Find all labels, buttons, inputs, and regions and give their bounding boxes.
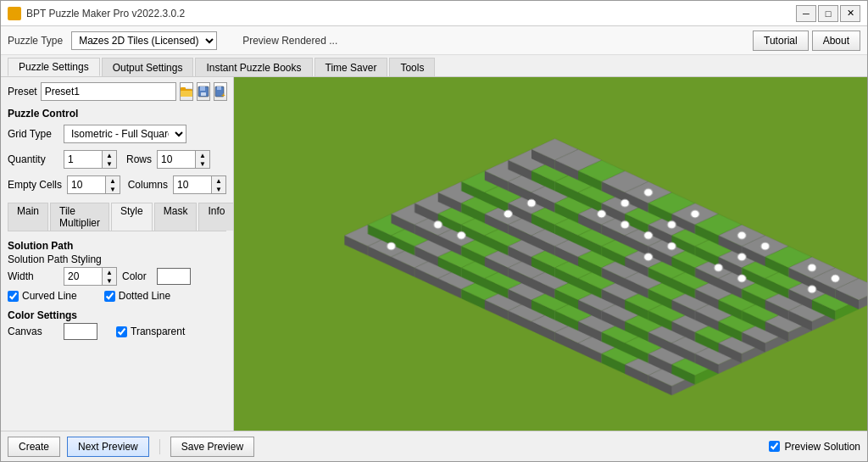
width-input[interactable] [64, 267, 102, 286]
curved-line-checkbox[interactable] [8, 291, 19, 302]
curved-line-label[interactable]: Curved Line [22, 290, 77, 302]
preset-row: Preset [8, 82, 226, 101]
create-button[interactable]: Create [8, 437, 60, 457]
empty-cells-input[interactable] [67, 175, 105, 194]
footer-right: Preview Solution [769, 441, 860, 453]
svg-text:+: + [221, 92, 225, 97]
preview-solution-checkbox[interactable] [769, 441, 780, 452]
empty-cells-up[interactable]: ▲ [106, 176, 120, 185]
svg-rect-3 [15, 14, 19, 19]
width-color-row: Width ▲ ▼ Color [8, 267, 226, 286]
transparent-checkbox[interactable] [116, 326, 127, 337]
tab-output-settings[interactable]: Output Settings [102, 58, 194, 76]
quantity-spinner: ▲ ▼ [64, 150, 117, 169]
quantity-up[interactable]: ▲ [103, 151, 116, 159]
canvas-transparent-row: Canvas Transparent [8, 323, 226, 340]
quantity-label: Quantity [8, 153, 58, 165]
transparent-label[interactable]: Transparent [131, 326, 185, 337]
preset-save-button[interactable] [197, 82, 210, 101]
columns-down[interactable]: ▼ [212, 185, 225, 193]
curved-line-checkbox-row: Curved Line [8, 290, 77, 302]
path-color-box[interactable] [157, 268, 191, 285]
menu-bar: Puzzle Type Mazes 2D Tiles (Licensed) Pr… [1, 26, 867, 55]
preview-solution-label[interactable]: Preview Solution [785, 441, 860, 453]
inner-tab-info[interactable]: Info [198, 203, 234, 231]
dotted-line-checkbox[interactable] [104, 291, 115, 302]
puzzle-type-select[interactable]: Mazes 2D Tiles (Licensed) [71, 31, 217, 50]
columns-up[interactable]: ▲ [212, 176, 225, 185]
tab-instant-puzzle-books[interactable]: Instant Puzzle Books [195, 58, 312, 76]
quantity-down[interactable]: ▼ [103, 159, 116, 168]
rows-up[interactable]: ▲ [196, 151, 209, 159]
inner-tab-tile-multiplier[interactable]: Tile Multiplier [50, 203, 109, 231]
tutorial-button[interactable]: Tutorial [753, 31, 809, 51]
maximize-button[interactable]: □ [818, 5, 838, 22]
next-preview-button[interactable]: Next Preview [67, 437, 149, 457]
rows-arrows: ▲ ▼ [195, 150, 210, 169]
empty-cells-spinner: ▲ ▼ [67, 175, 120, 194]
columns-input[interactable] [173, 175, 211, 194]
color-label: Color [122, 270, 152, 282]
inner-tab-style[interactable]: Style [111, 203, 153, 231]
dotted-line-checkbox-row: Dotted Line [104, 290, 170, 302]
empty-cells-arrows: ▲ ▼ [105, 175, 120, 194]
width-down[interactable]: ▼ [103, 276, 116, 285]
transparent-checkbox-row: Transparent [116, 326, 185, 337]
left-panel: Preset [1, 77, 234, 431]
solution-path-title: Solution Path [8, 240, 226, 252]
curved-dotted-row: Curved Line Dotted Line [8, 287, 226, 304]
grid-type-select[interactable]: Isometric - Full Square Isometric - Half… [64, 125, 186, 143]
dotted-line-label[interactable]: Dotted Line [119, 290, 170, 302]
save-preview-button[interactable]: Save Preview [170, 437, 254, 457]
canvas-label: Canvas [8, 326, 58, 337]
quantity-arrows: ▲ ▼ [102, 150, 117, 169]
width-label: Width [8, 270, 58, 282]
about-button[interactable]: About [812, 31, 860, 51]
puzzle-type-label: Puzzle Type [8, 35, 63, 47]
inner-tab-main[interactable]: Main [8, 203, 48, 231]
close-button[interactable]: ✕ [840, 5, 860, 22]
inner-tabs: Main Tile Multiplier Style Mask Info [8, 203, 226, 231]
svg-rect-1 [15, 8, 19, 13]
tab-time-saver[interactable]: Time Saver [314, 58, 388, 76]
minimize-button[interactable]: ─ [796, 5, 816, 22]
window-title: BPT Puzzle Maker Pro v2022.3.0.2 [26, 8, 185, 19]
rows-down[interactable]: ▼ [196, 159, 209, 168]
main-tabs-bar: Puzzle Settings Output Settings Instant … [1, 55, 867, 77]
right-panel: (function() { const canvas = document.ge… [234, 77, 867, 431]
title-bar-left: BPT Puzzle Maker Pro v2022.3.0.2 [8, 7, 185, 20]
menu-bar-right: Tutorial About [753, 31, 860, 51]
quantity-input[interactable] [64, 150, 102, 169]
title-bar: BPT Puzzle Maker Pro v2022.3.0.2 ─ □ ✕ [1, 1, 867, 26]
inner-tab-mask[interactable]: Mask [154, 203, 198, 231]
title-controls: ─ □ ✕ [796, 5, 860, 22]
style-tab-content: Solution Path Solution Path Styling Widt… [8, 235, 226, 342]
tab-tools[interactable]: Tools [389, 58, 435, 76]
preset-input[interactable] [41, 82, 176, 101]
width-up[interactable]: ▲ [103, 268, 116, 276]
svg-rect-5 [181, 91, 192, 97]
emptycells-columns-row: Empty Cells ▲ ▼ Columns ▲ ▼ [8, 175, 226, 194]
empty-cells-label: Empty Cells [8, 179, 62, 191]
rows-input[interactable] [157, 150, 195, 169]
grid-type-label: Grid Type [8, 128, 58, 140]
svg-rect-2 [9, 14, 14, 19]
width-arrows: ▲ ▼ [102, 267, 117, 286]
svg-rect-0 [9, 8, 14, 13]
preview-image: (function() { const canvas = document.ge… [234, 77, 867, 431]
tab-puzzle-settings[interactable]: Puzzle Settings [8, 58, 100, 76]
color-settings-title: Color Settings [8, 309, 226, 321]
preset-saveas-button[interactable]: + [214, 82, 227, 101]
rows-label: Rows [122, 153, 152, 165]
app-icon [8, 7, 21, 20]
puzzle-control-title: Puzzle Control [8, 108, 226, 120]
columns-label: Columns [125, 179, 168, 191]
empty-cells-down[interactable]: ▼ [106, 185, 120, 193]
svg-rect-8 [200, 86, 205, 91]
main-window: BPT Puzzle Maker Pro v2022.3.0.2 ─ □ ✕ P… [0, 0, 868, 462]
preset-label: Preset [8, 86, 37, 97]
columns-arrows: ▲ ▼ [211, 175, 226, 194]
grid-type-row: Grid Type Isometric - Full Square Isomet… [8, 125, 226, 143]
canvas-color-box[interactable] [64, 323, 97, 340]
preset-folder-button[interactable] [180, 82, 193, 101]
